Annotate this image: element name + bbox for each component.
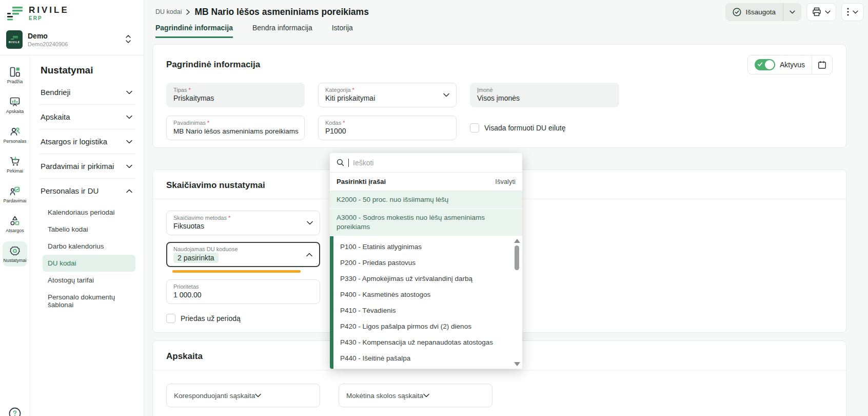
du-koduose-multiselect[interactable]: Naudojamas DU koduose 2 pasirinkta xyxy=(166,242,320,267)
sidebar-item-atostogu-tarifai[interactable]: Atostogų tarifai xyxy=(43,272,135,289)
print-button[interactable] xyxy=(806,3,836,21)
field-label: Kategorija xyxy=(325,87,351,93)
selected-count-chip: 2 pasirinkta xyxy=(173,253,219,263)
dropdown-search-row xyxy=(330,153,522,173)
chevron-down-icon xyxy=(126,140,132,144)
rail-item-pardavimai[interactable]: Pardavimai xyxy=(3,182,27,207)
required-asterisk: * xyxy=(352,87,354,93)
sidebar-item-tabelio-kodai[interactable]: Tabelio kodai xyxy=(43,221,135,238)
option-p400[interactable]: P400 - Kasmetinės atostogos xyxy=(333,287,522,302)
calendar-button[interactable] xyxy=(812,61,832,69)
chevron-up-icon xyxy=(306,253,312,257)
tipas-field: Tipas * Priskaitymas xyxy=(166,83,305,107)
brand-sub: ERP xyxy=(29,15,69,21)
save-button[interactable]: Išsaugota xyxy=(725,3,801,21)
active-toggle-box: Aktyvus xyxy=(747,55,833,74)
warning-underline-bar xyxy=(172,270,301,273)
kategorija-select[interactable]: Kategorija * Kiti priskaitymai xyxy=(318,83,457,107)
selected-item[interactable]: K2000 - 50 proc. nuo išsiimamų lėšų xyxy=(330,191,522,209)
sidebar-item-darbo-kalendorius[interactable]: Darbo kalendorius xyxy=(43,238,135,255)
search-input[interactable] xyxy=(353,159,516,167)
rivile-logo-icon xyxy=(6,5,24,21)
dropdown-scrollbar[interactable] xyxy=(514,239,520,366)
option-p100[interactable]: P100 - Etatinis atlyginimas xyxy=(333,239,522,255)
nav-group-personalas-du[interactable]: Personalas ir DU xyxy=(38,179,135,203)
app-logo[interactable]: RIVILE ERP xyxy=(5,5,139,21)
rail-item-nustatymai[interactable]: Nustatymai xyxy=(3,241,27,267)
scroll-up-arrow-icon[interactable] xyxy=(514,239,520,243)
option-p330[interactable]: P330 - Apmokėjimas už viršvalandinį darb… xyxy=(333,271,522,287)
chevron-down-icon xyxy=(307,221,313,225)
chevron-down-icon xyxy=(825,10,831,14)
required-asterisk: * xyxy=(207,120,209,126)
shapes-icon xyxy=(9,215,21,226)
breadcrumb[interactable]: DU kodai xyxy=(155,8,182,15)
rail-item-pradzia[interactable]: Pradžia xyxy=(3,63,27,88)
clear-selection-link[interactable]: Išvalyti xyxy=(495,178,516,185)
field-value: P1000 xyxy=(325,126,449,136)
scrollbar-thumb[interactable] xyxy=(515,245,519,270)
required-asterisk: * xyxy=(343,120,345,126)
tab-istorija[interactable]: Istorija xyxy=(332,24,353,38)
field-label: Tipas xyxy=(173,87,187,93)
updown-chevron-icon[interactable] xyxy=(125,34,131,44)
checkbox-box[interactable] xyxy=(470,123,479,133)
checkbox-label: Visada formuoti DU eilutę xyxy=(484,124,565,132)
selected-item[interactable]: A3000 - Sodros mokestis nuo lėšų asmenin… xyxy=(330,209,522,236)
rail-item-personalas[interactable]: Personalas xyxy=(3,122,27,147)
field-value: Priskaitymas xyxy=(173,93,298,103)
tab-pagrindine-informacija[interactable]: Pagrindinė informacija xyxy=(155,24,233,38)
nav-group-atsargos-logistika[interactable]: Atsargos ir logistika xyxy=(38,129,135,154)
moketina-skolos-saskaita-select[interactable]: Mokėtina skolos sąskaita xyxy=(339,384,492,407)
brand-text: RIVILE ERP xyxy=(29,5,69,21)
sidebar-item-personalo-dokumentu-sablonai[interactable]: Personalo dokumentų šablonai xyxy=(43,289,135,313)
sales-person-icon xyxy=(9,185,21,197)
save-options-button[interactable] xyxy=(783,10,801,14)
pavadinimas-input[interactable]: Pavadinimas * MB Nario lėšos asmeniniams… xyxy=(166,116,305,140)
skaiciavimo-metodas-select[interactable]: Skaičiavimo metodas * Fiksuotas xyxy=(166,211,320,235)
koresponduojanti-saskaita-select[interactable]: Koresponduojanti sąskaita xyxy=(166,384,320,407)
option-p200[interactable]: P200 - Priedas pastovus xyxy=(333,255,522,271)
page-title: MB Nario lėšos asmeniniams poreikiams xyxy=(194,7,368,17)
field-label: Kodas xyxy=(325,120,341,126)
option-p440[interactable]: P440 - Išeitinė pašalpa xyxy=(333,350,522,366)
nav-group-apskaita[interactable]: Apskaita xyxy=(38,105,135,129)
sidebar-item-du-kodai[interactable]: DU kodai xyxy=(43,255,135,272)
company-selector[interactable]: RIVILE Demo Demo20240906 xyxy=(5,30,139,49)
chevron-up-icon xyxy=(126,189,132,193)
sidebar-item-kalendoriaus-periodai[interactable]: Kalendoriaus periodai xyxy=(43,204,135,221)
option-p430[interactable]: P430 - Kompensacija už nepanaudotas atos… xyxy=(333,334,522,350)
nav-group-bendrieji[interactable]: Bendrieji xyxy=(38,80,135,104)
company-logo-bars-icon xyxy=(11,36,18,40)
nav-group-label: Bendrieji xyxy=(41,88,70,97)
brand-name: RIVILE xyxy=(29,5,69,15)
kodas-input[interactable]: Kodas * P1000 xyxy=(318,116,457,140)
visada-formuoti-checkbox[interactable]: Visada formuoti DU eilutę xyxy=(470,123,565,133)
option-p420[interactable]: P420 - Ligos pašalpa pirmos dvi (2) dien… xyxy=(333,318,522,334)
toggle-check-icon xyxy=(758,62,762,67)
chevron-down-icon xyxy=(790,10,795,14)
rail-item-pirkimai[interactable]: Pirkimai xyxy=(3,152,27,177)
rail-label: Pirkimai xyxy=(7,168,23,174)
tab-bendra-informacija[interactable]: Bendra informacija xyxy=(252,24,312,38)
field-value: 1 000.00 xyxy=(173,290,313,300)
rail-item-atsargos[interactable]: Atsargos xyxy=(3,212,27,237)
field-value: MB Nario lėšos asmeniniams poreikiams xyxy=(173,126,298,136)
checkbox-box[interactable] xyxy=(166,314,175,323)
more-actions-button[interactable] xyxy=(841,3,864,21)
company-name: Demo xyxy=(28,32,68,40)
cart-icon xyxy=(9,156,21,167)
field-label: Naudojamas DU koduose xyxy=(173,246,238,252)
active-toggle[interactable] xyxy=(755,59,775,70)
chevron-down-icon xyxy=(126,115,132,119)
nav-group-pardavimai-pirkimai[interactable]: Pardavimai ir pirkimai xyxy=(38,154,135,178)
priedas-uz-perioda-checkbox[interactable]: Priedas už periodą xyxy=(166,314,320,323)
scroll-down-arrow-icon[interactable] xyxy=(514,362,520,366)
help-button[interactable] xyxy=(8,407,22,416)
calendar-icon xyxy=(818,61,826,69)
search-icon xyxy=(337,159,344,166)
option-p410[interactable]: P410 - Tėvadienis xyxy=(333,302,522,318)
rail-label: Nustatymai xyxy=(3,258,26,263)
rail-item-apskaita[interactable]: Apskaita xyxy=(3,92,27,118)
prioritetas-input[interactable]: Prioritetas 1 000.00 xyxy=(166,279,320,304)
